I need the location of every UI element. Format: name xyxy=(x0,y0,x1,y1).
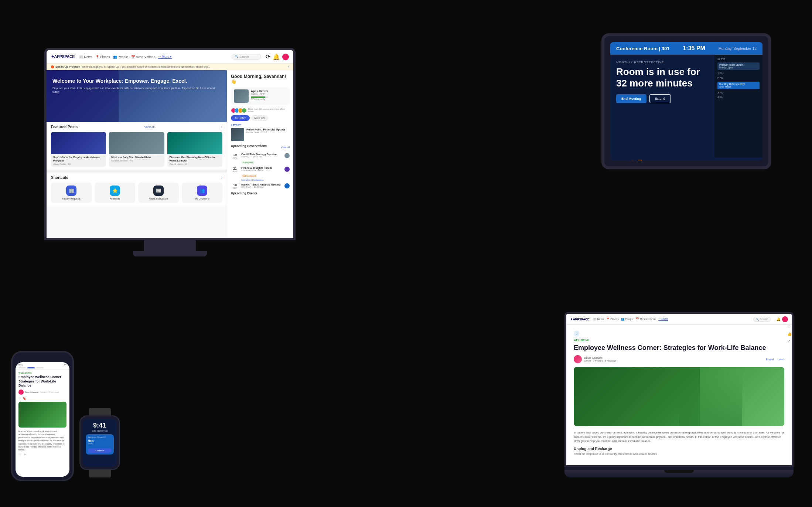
res-avatar-3 xyxy=(284,183,290,188)
phone-bookmark-icon[interactable]: 🔖 xyxy=(23,397,26,400)
laptop-nav-places[interactable]: 📍 Places xyxy=(606,317,619,321)
laptop-nav-more[interactable]: ··· More xyxy=(658,317,668,321)
reservations-view-all[interactable]: View all xyxy=(281,146,290,149)
end-meeting-button[interactable]: End Meeting xyxy=(616,94,646,103)
listen-button[interactable]: Listen xyxy=(777,358,784,361)
featured-view-all[interactable]: View all xyxy=(144,125,154,129)
shortcut-label-4: My Circle Info xyxy=(185,197,219,200)
announcement-label: Speak Up Program xyxy=(55,65,80,68)
phone-article-body: In today's fast-paced work environment, … xyxy=(18,430,66,452)
person-silhouette xyxy=(679,373,742,426)
phone-article-actions: ♡ 🔖 xyxy=(18,397,66,400)
laptop-bell-icon[interactable]: 🔔 xyxy=(777,317,781,321)
phone-article-image xyxy=(18,402,66,428)
nav-item-more[interactable]: ··· More ▾ xyxy=(158,55,172,59)
product-lunch-event: Product Team Lunch Monty Lopez xyxy=(717,62,760,70)
phone-like-btn[interactable]: ♡ xyxy=(18,453,21,456)
laptop-device: ✦APPSPACE 📰 News 📍 Places 👥 People 📅 Res… xyxy=(564,312,794,477)
location-info: Apex Center Dallas · 24°C 82% capacity xyxy=(251,89,268,101)
featured-chevron[interactable]: › xyxy=(221,125,222,129)
laptop-nav-people[interactable]: 👥 People xyxy=(621,317,634,321)
phone-like-actions: ♡ ↗ xyxy=(18,453,66,456)
nav-item-news[interactable]: 📰 News xyxy=(79,55,92,59)
avatar-4 xyxy=(242,108,247,113)
nav-item-people[interactable]: 👥 People xyxy=(113,55,128,59)
latest-card[interactable]: Pulse Point: Financial Update Inouse Smi… xyxy=(231,128,290,141)
res-avatar-2 xyxy=(284,167,290,172)
laptop-user-avatar[interactable] xyxy=(782,316,788,322)
bell-icon[interactable]: 🔔 xyxy=(273,53,280,60)
phone-article-title: Employee Wellness Corner: Strategies for… xyxy=(18,375,66,388)
hero-title: Welcome to Your Workplace: Empower. Enga… xyxy=(52,78,221,84)
card-meta-3: Patrick Harris · 4d xyxy=(170,163,220,165)
thumbsup-icon[interactable]: 👍 xyxy=(787,332,792,336)
res-badge-1: In-progress xyxy=(241,161,255,164)
shortcut-news[interactable]: 📰 News and Culture xyxy=(138,183,179,203)
office-present-text: More than 200 others are in the office t… xyxy=(248,108,290,113)
article-tag: Wellbeing xyxy=(574,339,784,341)
refresh-icon[interactable]: ⟳ xyxy=(266,53,270,60)
more-info-button[interactable]: More info xyxy=(251,115,268,121)
res-date-3: 19 SEP xyxy=(231,183,239,189)
nav-item-reservations[interactable]: 📅 Reservations xyxy=(131,55,156,59)
room-name: Conference Room | 301 xyxy=(616,46,670,51)
search-input[interactable]: 🔍 Search xyxy=(232,54,261,59)
location-name: Apex Center xyxy=(251,89,268,93)
timeline-3pm: 3 PM xyxy=(717,91,760,94)
laptop-nav-reservations[interactable]: 📅 Reservations xyxy=(636,317,656,321)
laptop-nav: 📰 News 📍 Places 👥 People 📅 Reservations … xyxy=(593,317,750,321)
nav-item-places[interactable]: 📍 Places xyxy=(95,55,110,59)
like-icon[interactable]: ♡ xyxy=(574,331,580,337)
tablet-frame: Conference Room | 301 1:35 PM Monday, Se… xyxy=(601,33,771,169)
res-date-1: 19 AUG xyxy=(231,153,239,159)
featured-card-3[interactable]: Discover Our Stunning New Office in Kual… xyxy=(167,132,222,167)
shortcuts-chevron[interactable]: › xyxy=(221,176,222,180)
user-avatar[interactable] xyxy=(282,54,289,60)
shortcut-amenities[interactable]: ⭐ Amenities xyxy=(95,183,135,203)
shortcut-circle[interactable]: 👥 My Circle Info xyxy=(182,183,222,203)
phone-author: Sara Johnson Senior · 5 min read xyxy=(18,389,66,395)
nav-icons: ⟳ 🔔 xyxy=(266,53,289,60)
card-info-3: Discover Our Stunning New Office in Kual… xyxy=(167,154,222,167)
heart-icon[interactable]: ♡ xyxy=(787,325,792,329)
res-avatar-1 xyxy=(284,153,290,158)
phone-heart-icon[interactable]: ♡ xyxy=(18,397,21,400)
res-extra-2[interactable]: Complete Checkpoints xyxy=(241,179,282,181)
author-avatar xyxy=(574,355,582,363)
phone-dislike-btn[interactable]: ↗ xyxy=(23,453,26,456)
reservation-3[interactable]: 19 SEP Market Trends Analysis Meeting 10… xyxy=(231,183,290,189)
upcoming-events-title: Upcoming Events xyxy=(231,191,290,195)
reservations-title: Upcoming Reservations xyxy=(231,144,267,148)
announcement-chevron[interactable]: › xyxy=(288,65,289,68)
card-info-1: Say Hello to the Employee Assistance Pro… xyxy=(51,154,106,167)
phone-tag: Wellbeing xyxy=(18,372,66,374)
shortcut-facility[interactable]: 🏢 Facility Requests xyxy=(51,183,92,203)
extend-meeting-button[interactable]: Extend xyxy=(649,94,671,103)
phone-avatar xyxy=(18,389,24,395)
laptop-sidebar-actions: ♡ 👍 ↗ xyxy=(787,325,792,343)
reservation-2[interactable]: 21 AUG Financial Insights Forum 14:00 AM… xyxy=(231,167,290,181)
room-date-display: Monday, September 12 xyxy=(719,47,757,51)
latest-info: Pulse Point: Financial Update Inouse Smi… xyxy=(246,128,285,133)
res-info-2: Financial Insights Forum 14:00 AM — 16:0… xyxy=(241,167,282,181)
featured-card-1[interactable]: Say Hello to the Employee Assistance Pro… xyxy=(51,132,106,167)
reservation-1[interactable]: 19 AUG Credit Risk Strategy Session 9:00… xyxy=(231,153,290,164)
tablet-screen: Conference Room | 301 1:35 PM Monday, Se… xyxy=(610,42,762,160)
lang-english[interactable]: English xyxy=(766,358,774,361)
laptop-base xyxy=(564,470,794,477)
phone-notch xyxy=(31,355,54,361)
reservations-header: Upcoming Reservations View all xyxy=(231,144,290,150)
laptop-nav-news[interactable]: 📰 News xyxy=(593,317,604,321)
watch-card-title: Arrive at Project X xyxy=(88,436,112,438)
join-office-button[interactable]: Join office xyxy=(231,115,250,121)
room-time-display: 1:35 PM xyxy=(683,45,705,52)
hero-description: Empower your team, foster engagement, an… xyxy=(52,86,221,94)
facility-icon: 🏢 xyxy=(66,186,76,196)
phone-nav-3 xyxy=(36,367,44,368)
watch-continue-button[interactable]: Continue xyxy=(88,448,112,453)
phone-nav-2 xyxy=(27,367,35,368)
featured-card-2[interactable]: Meet our July Star: Marvin Klein Kendall… xyxy=(109,132,164,167)
share-icon[interactable]: ↗ xyxy=(787,339,792,343)
laptop-search[interactable]: 🔍 Search xyxy=(753,317,771,322)
room-status: Room is in use for 32 more minutes xyxy=(616,66,709,89)
